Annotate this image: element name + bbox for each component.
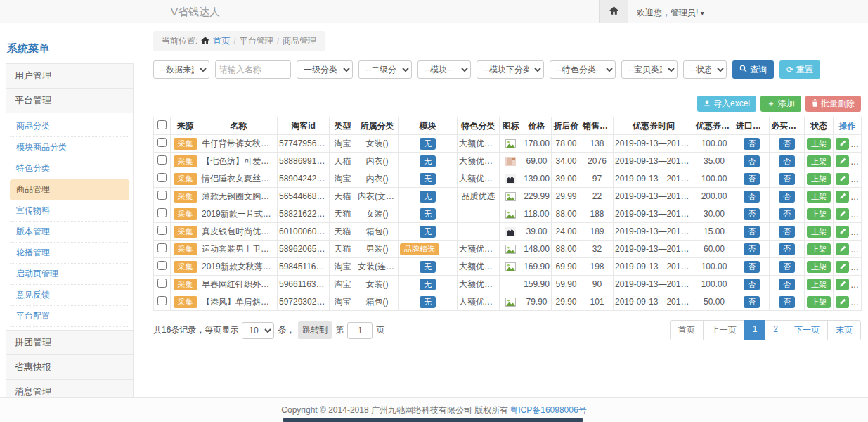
sidebar-subitem-0[interactable]: 商品分类 [10,116,129,137]
edit-button[interactable] [836,279,849,290]
edit-button[interactable] [836,138,849,150]
user-menu[interactable]: 欢迎您，管理员! ▾ [637,7,704,19]
sidebar-item-user-management[interactable]: 用户管理 [6,63,134,89]
must-buy-toggle-badge[interactable]: 否 [779,138,795,150]
filter-select-0[interactable]: 一级分类 [297,60,353,79]
must-buy-toggle-badge[interactable]: 否 [779,208,795,220]
edit-button[interactable] [836,243,849,255]
sidebar-subitem-3[interactable]: 商品管理 [10,179,129,200]
module-badge: 无 [420,155,436,167]
edit-button[interactable] [836,261,849,273]
row-checkbox[interactable] [157,226,167,235]
status-badge[interactable]: 上架 [807,208,831,220]
status-badge[interactable]: 上架 [807,155,831,167]
select-all-checkbox[interactable] [157,120,167,129]
row-checkbox[interactable] [157,296,167,305]
jump-page-input[interactable] [347,322,373,339]
batch-delete-button[interactable]: 批量删除 [805,96,861,112]
filter-select-4[interactable]: --特色分类-- [550,60,616,79]
name-filter-input[interactable] [215,60,291,79]
filter-select-5[interactable]: --宝贝类型-- [621,60,678,79]
search-button[interactable]: 查询 [732,60,774,79]
page-button-5[interactable]: 末页 [827,320,861,340]
page-button-3[interactable]: 2 [765,320,786,340]
imported-toggle-badge[interactable]: 否 [744,173,760,185]
reset-button[interactable]: ⟳ 重置 [779,60,820,79]
row-checkbox[interactable] [157,261,167,270]
edit-button[interactable] [836,208,849,220]
filter-select-1[interactable]: --二级分类-- [358,60,412,79]
must-buy-toggle-badge[interactable]: 否 [779,261,795,273]
imported-toggle-badge[interactable]: 否 [744,243,760,255]
page-button-1[interactable]: 上一页 [703,320,745,340]
sidebar-subitem-9[interactable]: 平台配置 [10,306,129,327]
page-button-2[interactable]: 1 [744,320,766,340]
must-buy-toggle-badge[interactable]: 否 [779,279,795,290]
must-buy-toggle-badge[interactable]: 否 [779,155,795,167]
status-badge[interactable]: 上架 [807,173,831,185]
imported-toggle-badge[interactable]: 否 [744,138,760,150]
import-excel-button[interactable]: 导入excel [697,96,756,112]
sidebar-subitem-7[interactable]: 启动页管理 [10,264,129,285]
page-button-4[interactable]: 下一页 [786,320,828,340]
filter-select-source[interactable]: --数据来源-- [153,60,209,79]
sidebar-subitem-1[interactable]: 模块商品分类 [10,137,129,158]
edit-button[interactable] [836,226,849,238]
status-badge[interactable]: 上架 [807,243,831,255]
row-checkbox[interactable] [157,208,167,217]
row-checkbox[interactable] [157,243,167,252]
status-badge[interactable]: 上架 [807,138,831,150]
row-checkbox[interactable] [157,138,167,147]
row-checkbox[interactable] [157,173,167,182]
sidebar-subitem-8[interactable]: 意见反馈 [10,285,129,306]
must-buy-toggle-badge[interactable]: 否 [779,243,795,255]
must-buy-cell: 否 [770,276,805,293]
sidebar-item-platform-management[interactable]: 平台管理 [6,88,134,113]
coupon-time-cell: 2019-09-13—2019-09-17 [614,258,694,276]
status-badge[interactable]: 上架 [807,261,831,273]
sidebar-subitem-2[interactable]: 特色分类 [10,158,129,179]
horizontal-scrollbar-thumb[interactable] [283,418,583,422]
sidebar-subitem-4[interactable]: 宣传物料 [10,200,129,222]
sidebar-subitem-6[interactable]: 轮播管理 [10,243,129,264]
row-checkbox[interactable] [157,279,167,288]
sidebar-item-after-1[interactable]: 省惠快报 [6,354,134,380]
page-button-0[interactable]: 首页 [670,320,704,340]
row-checkbox[interactable] [157,191,167,200]
breadcrumb-home-link[interactable]: 首页 [213,35,230,47]
row-checkbox[interactable] [157,155,167,165]
home-button[interactable] [599,0,628,23]
must-buy-toggle-badge[interactable]: 否 [779,296,795,308]
sidebar-item-after-2[interactable]: 消息管理 [6,379,134,397]
imported-toggle-badge[interactable]: 否 [744,279,760,290]
must-buy-toggle-badge[interactable]: 否 [779,191,795,203]
sidebar-subitem-5[interactable]: 版本管理 [10,222,129,243]
imported-toggle-badge[interactable]: 否 [744,296,760,308]
table-row: 采集早春网红针织外套女春...596611634525淘宝女装()无大额优惠券1… [154,276,862,293]
imported-toggle-badge[interactable]: 否 [744,155,760,167]
status-badge[interactable]: 上架 [807,191,831,203]
icon-cell [500,188,522,205]
imported-toggle-badge[interactable]: 否 [744,261,760,273]
edit-button[interactable] [836,173,849,185]
add-button[interactable]: ＋ 添加 [760,96,801,112]
status-badge[interactable]: 上架 [807,279,831,290]
imported-toggle-badge[interactable]: 否 [744,226,760,238]
filter-select-2[interactable]: --模块-- [417,60,471,79]
module-badge: 无 [420,208,436,220]
must-buy-toggle-badge[interactable]: 否 [779,173,795,185]
filter-select-3[interactable]: --模块下分类-- [477,60,544,79]
imported-toggle-badge[interactable]: 否 [744,191,760,203]
edit-button[interactable] [836,296,849,308]
filter-select-6[interactable]: --状态-- [683,60,727,79]
imported-toggle-badge[interactable]: 否 [744,208,760,220]
page-size-select[interactable]: 10 [242,322,274,339]
edit-button[interactable] [836,191,849,203]
status-badge[interactable]: 上架 [807,226,831,238]
must-buy-toggle-badge[interactable]: 否 [779,226,795,238]
status-badge[interactable]: 上架 [807,296,831,308]
edit-button[interactable] [836,155,849,167]
icp-link[interactable]: 粤ICP备16098006号 [510,404,586,416]
sidebar-item-after-0[interactable]: 拼团管理 [6,330,134,355]
jump-button[interactable]: 跳转到 [298,321,332,339]
